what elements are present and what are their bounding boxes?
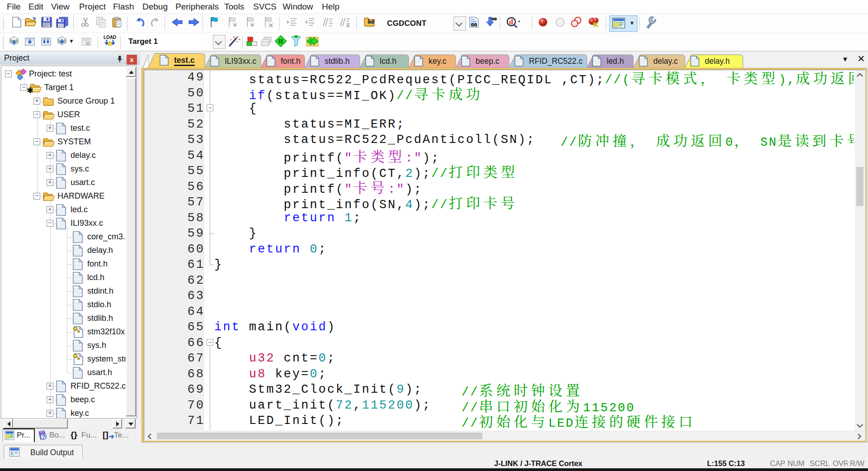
svg-text:?: ? [42,434,45,440]
svg-text:LOAD: LOAD [104,35,116,40]
svg-text:d: d [509,18,513,26]
